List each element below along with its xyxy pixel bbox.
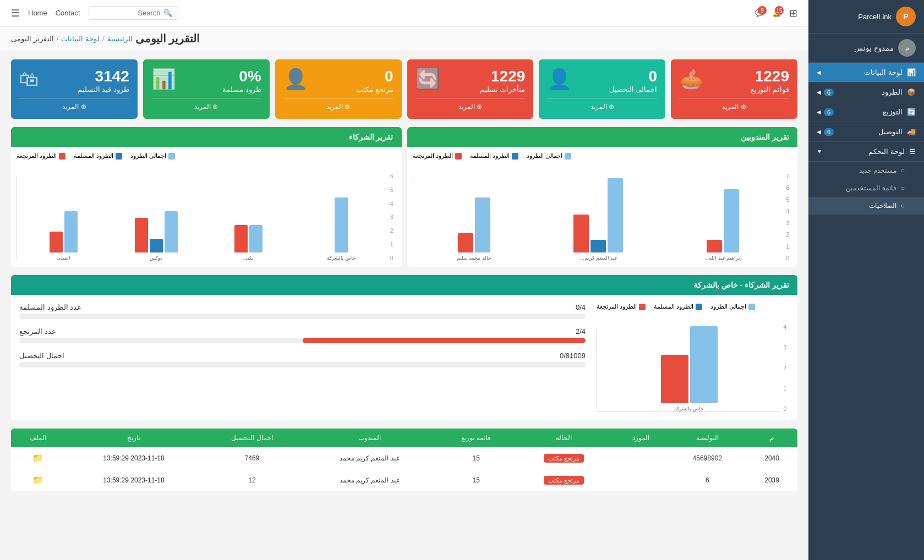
apps-icon[interactable]: ⊞	[789, 7, 797, 19]
col-id: م	[746, 429, 797, 447]
partners-legend-delivered: الطرود المسلمة	[74, 152, 122, 160]
delivery-arrow: ◀	[817, 129, 821, 135]
bar-total-3	[475, 197, 490, 252]
partners-bar-label-1: خاص بالشركة	[327, 255, 357, 261]
sidebar-item-label-dashboard: لوحة البيانات	[864, 68, 903, 76]
cell-status: مرتجع مكتب	[515, 447, 613, 469]
parcels-arrow: ◀	[817, 89, 821, 95]
stat-label-distribution: قوائم التوزيع	[751, 85, 789, 94]
cell-total: 12	[202, 469, 302, 491]
breadcrumb-home[interactable]: الرئيسية	[107, 35, 133, 43]
stat-returned-fill	[303, 338, 586, 343]
partners-bar-total-2	[249, 225, 263, 252]
file-icon[interactable]: 📁	[32, 475, 43, 485]
sidebar-sub-item-users-list[interactable]: ○ قائمة المستخدمين	[808, 179, 924, 197]
col-distribution: قائمة توزيع	[437, 429, 515, 447]
stat-more-collections[interactable]: ⊕ المزيد	[547, 98, 657, 111]
company-legend-dot-returned	[639, 304, 646, 310]
partners-bar-returned-2	[234, 225, 248, 252]
stat-card-distribution-lists: 1229 قوائم التوزيع 🥧 ⊕ المزيد	[671, 59, 797, 119]
control-arrow: ▼	[817, 149, 822, 155]
bar-label-2: عبد المنعم كريم محمد	[579, 255, 617, 261]
search-icon: 🔍	[163, 9, 172, 17]
messages-badge[interactable]: 💬 9	[755, 9, 764, 17]
page-title: التقرير اليومى	[135, 32, 200, 45]
cell-date: 2023-11-18 13:59:29	[65, 447, 202, 469]
stat-more-returned[interactable]: ⊕ المزيد	[283, 98, 393, 111]
cell-supplier	[613, 469, 669, 491]
status-badge: مرتجع مكتب	[544, 454, 584, 463]
cell-distribution: 15	[437, 447, 515, 469]
delivery-icon: 🚚	[907, 128, 916, 136]
contact-link[interactable]: Contact	[56, 9, 80, 17]
partners-legend-label-delivered: الطرود المسلمة	[74, 152, 113, 160]
stat-card-delays: 1229 متأخرات تسليم 🔄 ⊕ المزيد	[407, 59, 534, 119]
partners-bar-total-3	[165, 211, 178, 252]
collections-icon: 👤	[547, 68, 572, 91]
topnav-left: ⊞ 🔔 15 💬 9	[755, 7, 797, 19]
breadcrumb-dashboard[interactable]: لوحة البيانات	[61, 35, 100, 43]
company-legend-dot-total	[748, 304, 755, 310]
hamburger-icon[interactable]: ☰	[11, 7, 20, 19]
sidebar-item-parcels[interactable]: 📦 الطرود 6 ◀	[808, 83, 924, 102]
sidebar-sub-item-new-user[interactable]: ○ مستخدم جديد	[808, 162, 924, 179]
parcels-badge: 6	[824, 89, 834, 96]
partners-report: تقرير الشركاء اجمالى الطرود الطرود المسل…	[11, 127, 402, 267]
partners-bar-returned-3	[135, 218, 148, 252]
bar-group-1: إبراهيم عبد الله محمد	[668, 175, 778, 261]
returned-icon: 👤	[283, 68, 308, 91]
sidebar-nav: 📊 لوحة البيانات ◀ 📦 الطرود 6 ◀ 🔄	[808, 63, 924, 560]
status-badge: مرتجع مكتب	[544, 476, 584, 485]
content: 1229 قوائم التوزيع 🥧 ⊕ المزيد 0 اجمالى ا…	[0, 51, 808, 560]
partners-report-header: تقرير الشركاء	[11, 127, 402, 147]
company-bar-total	[690, 326, 718, 403]
table-header-row: م البوليصة المورد الحالة قائمة توزيع الم…	[11, 429, 797, 447]
legend-label-total: اجمالى الطرود	[527, 152, 562, 160]
stat-more-distribution[interactable]: ⊕ المزيد	[679, 98, 789, 111]
table-row: 2039 6 مرتجع مكتب 15 عبد المنعم كريم محم…	[11, 469, 797, 491]
bar-returned-3	[458, 233, 473, 252]
notifications-count: 15	[775, 6, 784, 15]
sidebar-item-label-parcels: الطرود	[882, 88, 903, 96]
delegates-report: تقرير المندوبين اجمالى الطرود الطرود الم…	[407, 127, 798, 267]
bar-group-3: خالد محمد سليم	[418, 175, 529, 261]
sidebar-item-control[interactable]: ☰ لوحة التحكم ▼	[808, 142, 924, 162]
legend-dot-returned	[455, 153, 462, 160]
file-icon[interactable]: 📁	[32, 453, 43, 463]
stat-more-delivered[interactable]: ⊕ المزيد	[151, 98, 261, 111]
stat-collections-value: 0/81009	[560, 352, 586, 360]
stat-label-returned: مرتجع مكتب	[356, 85, 393, 94]
sidebar-sub-item-permissions[interactable]: ○ الصلاحيات	[808, 197, 924, 215]
brand-avatar: P	[896, 7, 916, 26]
cell-status: مرتجع مكتب	[515, 469, 613, 491]
data-table: م البوليصة المورد الحالة قائمة توزيع الم…	[11, 429, 797, 491]
stat-more-delays[interactable]: ⊕ المزيد	[415, 98, 526, 111]
partners-legend-returned: الطرود المرتجعة	[17, 152, 65, 160]
partners-bar-group-2: بكتى	[208, 175, 289, 261]
partners-bar-total-4	[64, 211, 78, 252]
stat-collections-text: اجمال التحصيل	[19, 352, 64, 360]
company-bar-label: خاص بالشركة	[674, 406, 704, 411]
delegates-y-axis: 76543210	[784, 173, 792, 261]
col-supplier: المورد	[613, 429, 669, 447]
sidebar-item-delivery[interactable]: 🚚 التوصيل 6 ◀	[808, 122, 924, 142]
sidebar-user: م ممدوح يونس	[808, 34, 924, 63]
breadcrumb-sep-2: /	[57, 35, 59, 43]
search-input[interactable]	[95, 9, 161, 17]
stat-number-returned: 0	[356, 68, 393, 85]
sidebar-item-distribution[interactable]: 🔄 التوزيع 6 ◀	[808, 102, 924, 122]
sidebar-item-dashboard[interactable]: 📊 لوحة البيانات ◀	[808, 63, 924, 83]
user-name: ممدوح يونس	[854, 44, 894, 52]
company-legend-returned: الطرود المرتجعة	[597, 303, 646, 310]
home-link[interactable]: Home	[28, 9, 47, 17]
company-chart-legend: اجمالى الطرود الطرود المسلمة الطرود المر…	[597, 303, 789, 310]
partners-bar-delivered-3	[150, 239, 163, 252]
company-chart-bars: 43210 خاص بالشركة	[597, 313, 789, 412]
partners-legend-dot-total	[168, 153, 175, 160]
stat-more-pending[interactable]: ⊕ المزيد	[19, 98, 129, 111]
legend-label-delivered: الطرود المسلمة	[470, 152, 510, 160]
breadcrumb-current: التقرير اليومى	[11, 35, 54, 43]
notifications-badge[interactable]: 🔔 15	[772, 9, 781, 17]
stat-returned-value: 2/4	[576, 327, 586, 336]
partners-legend-label-total: اجمالى الطرود	[130, 152, 166, 160]
